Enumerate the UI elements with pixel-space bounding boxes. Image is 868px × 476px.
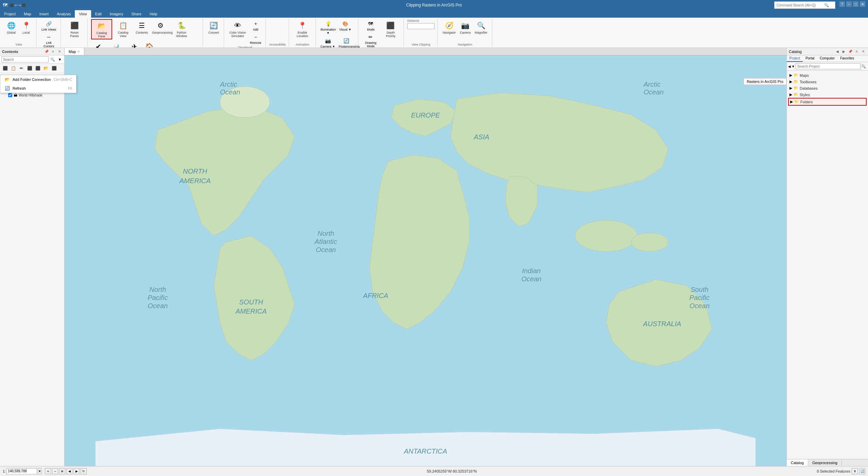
help-button[interactable]: ?: [839, 1, 845, 7]
magnifier-button[interactable]: 🔍 Magnifier: [473, 19, 489, 35]
catalog-bottom-tab-geoprocessing[interactable]: Geoprocessing: [808, 459, 842, 466]
add-thumbnail-button[interactable]: ＋ Add: [249, 19, 263, 32]
full-extent-btn[interactable]: ⊕: [59, 468, 65, 474]
context-menu-item-add-folder[interactable]: 📂 Add Folder Connection Ctrl+Shift+C: [0, 75, 76, 84]
window-controls: 🔍 ? − □ ✕: [774, 1, 865, 9]
convert-button[interactable]: 🔄 Convert: [207, 19, 221, 35]
catalog-item-folders-label: Folders: [800, 100, 813, 104]
contents-button[interactable]: ☰ Contents: [134, 19, 150, 39]
scale-dropdown-btn[interactable]: ▼: [38, 468, 41, 474]
catalog-item-maps[interactable]: ▶ 📁 Maps: [788, 72, 867, 78]
list-by-labeling-btn[interactable]: ⬛: [34, 65, 41, 72]
python-window-button[interactable]: 🐍 Python Window: [171, 19, 192, 39]
mode-button[interactable]: 🗺 Mode: [362, 19, 380, 32]
prev-extent-btn[interactable]: ◀: [66, 468, 72, 474]
svg-text:Ocean: Ocean: [644, 88, 664, 96]
catalog-search-input[interactable]: [796, 63, 861, 69]
catalog-item-folders[interactable]: ▶ 📁 Folders: [788, 98, 867, 106]
enable-location-button[interactable]: 📍 Enable Location: [292, 19, 313, 39]
map-tab-close-icon[interactable]: ✕: [77, 50, 80, 53]
tab-analysis[interactable]: Analysis: [53, 10, 75, 18]
command-search-bar[interactable]: 🔍: [774, 1, 835, 9]
contents-search-button[interactable]: 🔍: [50, 56, 56, 63]
catalog-search-button[interactable]: 🔍: [861, 63, 867, 69]
list-by-source-btn[interactable]: 📋: [10, 65, 17, 72]
catalog-view-button[interactable]: 📋 Catalog View: [113, 19, 133, 39]
contents-menu-btn[interactable]: ≡: [50, 49, 56, 54]
reset-panes-button[interactable]: ⬛ Reset Panes: [64, 19, 85, 39]
catalog-bottom-tab-catalog[interactable]: Catalog: [787, 459, 808, 466]
local-button[interactable]: 📍 Local: [19, 19, 33, 35]
map-viewport[interactable]: AFRICA ASIA NORTH AMERICA SOUTH AMERICA …: [65, 55, 786, 466]
catalog-tab-favorites[interactable]: Favorites: [837, 55, 857, 62]
close-button[interactable]: ✕: [860, 1, 865, 7]
drawing-mode-button[interactable]: ✏ Drawing Mode: [362, 32, 380, 49]
depth-priority-button[interactable]: ⬛ Depth Priority: [380, 19, 401, 39]
catalog-pane-button[interactable]: 📂 Catalog Pane: [91, 19, 112, 39]
tab-insert[interactable]: Insert: [35, 10, 53, 18]
list-by-selection-btn[interactable]: 📂: [42, 65, 50, 72]
app-icon: 🗺: [3, 2, 7, 8]
scale-input[interactable]: [6, 468, 37, 474]
visual-button[interactable]: 🎨 Visual ▼: [338, 19, 353, 35]
link-cursors-button[interactable]: ↔ Link Cursors: [40, 32, 58, 49]
tab-project[interactable]: Project: [0, 10, 20, 18]
tab-imagery[interactable]: Imagery: [106, 10, 127, 18]
zoom-in-btn[interactable]: +: [45, 468, 51, 474]
illumination-button[interactable]: 💡 Illumination ▼: [319, 19, 337, 35]
tab-edit[interactable]: Edit: [91, 10, 106, 18]
zoom-out-btn[interactable]: −: [52, 468, 58, 474]
next-extent-btn[interactable]: ▶: [73, 468, 80, 474]
global-button[interactable]: 🌐 Global: [4, 19, 18, 35]
catalog-tab-portal[interactable]: Portal: [803, 55, 817, 62]
layer-item-hillshade[interactable]: 🏔 World Hillshade: [7, 92, 63, 98]
rotate-btn[interactable]: ↻: [81, 468, 87, 474]
status-right: 0 Selected Features ⏸ 🔄: [817, 468, 865, 474]
tab-help[interactable]: Help: [146, 10, 161, 18]
tab-share[interactable]: Share: [127, 10, 146, 18]
remove-thumbnail-button[interactable]: − Remove: [249, 32, 263, 45]
tab-map[interactable]: Map: [20, 10, 35, 18]
layer-checkbox-hillshade[interactable]: [8, 93, 12, 97]
catalog-menu-btn[interactable]: ≡: [854, 49, 860, 54]
color-vision-button[interactable]: 👁 Color Vision Simulator: [227, 19, 248, 39]
catalog-back-btn[interactable]: ◀: [835, 49, 840, 54]
catalog-item-styles[interactable]: ▶ 📁 Styles: [788, 91, 867, 98]
minimize-button[interactable]: −: [846, 1, 852, 7]
catalog-tab-project[interactable]: Project: [787, 55, 803, 62]
catalog-auto-hide-btn[interactable]: 📌: [848, 49, 853, 54]
contents-search-input[interactable]: [1, 56, 49, 63]
distance-input[interactable]: [407, 23, 435, 29]
link-views-button[interactable]: 🔗 Link Views: [40, 19, 58, 32]
toolboxes-expand-icon: ▶: [789, 80, 792, 84]
catalog-forward-btn[interactable]: ▶: [841, 49, 847, 54]
contents-search-options[interactable]: ▼: [57, 56, 63, 63]
catalog-item-toolboxes[interactable]: ▶ 📁 Toolboxes: [788, 78, 867, 85]
list-by-snapping-btn[interactable]: ⬛: [26, 65, 33, 72]
geoprocessing-icon: ⚙: [155, 20, 166, 31]
contents-auto-hide-btn[interactable]: 📌: [44, 49, 49, 54]
catalog-close-btn[interactable]: ✕: [861, 49, 866, 54]
list-by-editing-btn[interactable]: ✏: [18, 65, 25, 72]
catalog-tab-computer[interactable]: Computer: [817, 55, 837, 62]
geoprocessing-button[interactable]: ⚙ Geoprocessing: [150, 19, 171, 39]
command-search-input[interactable]: [777, 3, 824, 7]
svg-text:Arctic: Arctic: [220, 81, 237, 88]
map-area: Map ✕: [65, 48, 786, 466]
map-tab-main[interactable]: Map ✕: [65, 48, 84, 55]
maximize-button[interactable]: □: [853, 1, 858, 7]
list-by-charts-btn[interactable]: ⬛: [50, 65, 58, 72]
catalog-tree: ▶ 📁 Maps ▶ 📁 Toolboxes ▶ 📁 Databases ▶ 📁…: [787, 71, 868, 266]
contents-close-btn[interactable]: ✕: [57, 49, 62, 54]
pause-button[interactable]: ⏸: [852, 468, 858, 474]
global-icon: 🌐: [6, 20, 17, 31]
context-menu-item-refresh[interactable]: 🔄 Refresh F5: [0, 84, 76, 93]
list-by-drawing-order-btn[interactable]: ⬛: [1, 65, 9, 72]
view-buttons: 🌐 Global 📍 Local: [4, 19, 33, 42]
camera-nav-button[interactable]: 📷 Camera: [458, 19, 472, 35]
tab-view[interactable]: View: [75, 10, 91, 18]
catalog-item-databases[interactable]: ▶ 📁 Databases: [788, 85, 867, 91]
catalog-pane-label: Catalog Pane: [93, 31, 110, 38]
navigator-button[interactable]: 🧭 Navigator: [441, 19, 458, 35]
refresh-status-button[interactable]: 🔄: [859, 468, 865, 474]
